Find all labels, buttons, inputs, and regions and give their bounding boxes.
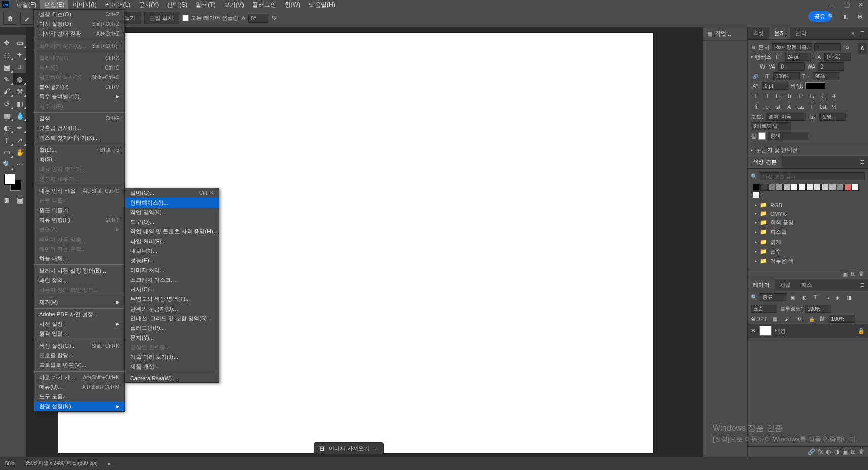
edit-바로-가기-키[interactable]: 바로 가기 키...Alt+Shift+Ctrl+K bbox=[34, 373, 124, 382]
edit-마지막-상태-전환[interactable]: 마지막 상태 전환Alt+Ctrl+Z bbox=[34, 29, 124, 39]
layers-menu-icon[interactable]: ☰ bbox=[857, 282, 868, 288]
opentype-7[interactable]: ½ bbox=[829, 102, 839, 111]
edit-자유-변형F[interactable]: 자유 변형(F)Ctrl+T bbox=[34, 215, 124, 225]
minimize-button[interactable]: ― bbox=[825, 0, 840, 9]
bit-depth-select[interactable] bbox=[751, 122, 791, 130]
opentype-3[interactable]: A bbox=[784, 102, 794, 111]
pref-인터페이스I[interactable]: 인터페이스(I)... bbox=[125, 198, 219, 208]
context-taskbar[interactable]: 🖼 이미지 가져오기 ··· bbox=[314, 442, 384, 455]
help-icon[interactable]: ⊞ bbox=[855, 11, 865, 21]
font-style-select[interactable] bbox=[814, 43, 841, 51]
brush-settings-icon[interactable]: ✎ bbox=[271, 14, 277, 22]
swatch-11[interactable] bbox=[837, 184, 844, 191]
pref-Camera-RawW[interactable]: Camera Raw(W)... bbox=[125, 374, 219, 382]
swatch-13[interactable] bbox=[852, 184, 859, 191]
swatch-7[interactable] bbox=[806, 184, 813, 191]
opentype-1[interactable]: σ bbox=[762, 102, 772, 111]
canvas-expander-label[interactable]: 캔버스 bbox=[755, 53, 772, 61]
opentype-0[interactable]: fi bbox=[751, 102, 761, 111]
text-style-3[interactable]: Tr bbox=[784, 91, 794, 100]
edit-제거R[interactable]: 제거(R)▶ bbox=[34, 297, 124, 307]
edit-특수-붙여넣기I[interactable]: 특수 붙여넣기(I)▶ bbox=[34, 92, 124, 102]
pref-단위와-눈금자U[interactable]: 단위와 눈금자(U)... bbox=[125, 304, 219, 314]
collapsed-panel-work[interactable]: ▤ 작업... bbox=[703, 27, 747, 41]
panel-menu-icon[interactable]: ☰ bbox=[857, 30, 868, 36]
rulers-guides-expander[interactable]: ▸눈금자 및 안내선 bbox=[748, 144, 868, 156]
menu-layer[interactable]: 레이어(L) bbox=[101, 0, 135, 10]
fill-select[interactable] bbox=[768, 132, 808, 140]
leading-input[interactable] bbox=[824, 53, 851, 61]
text-style-5[interactable]: T₁ bbox=[807, 91, 817, 100]
filter-smart-icon[interactable]: ◈ bbox=[833, 293, 842, 301]
pref-기술-미리-보기J[interactable]: 기술 미리 보기(J)... bbox=[125, 352, 219, 362]
text-style-6[interactable]: T̲ bbox=[818, 91, 828, 100]
swatch-folder-CMYK[interactable]: ▸📁CMYK bbox=[751, 209, 865, 218]
edit-색상-설정G[interactable]: 색상 설정(G)...Shift+Ctrl+K bbox=[34, 341, 124, 351]
edit-검색[interactable]: 검색Ctrl+F bbox=[34, 114, 124, 123]
marquee-tool[interactable]: ▭ bbox=[13, 37, 26, 49]
stamp-tool[interactable]: ⚒ bbox=[13, 85, 26, 97]
frame-tool[interactable]: ⌗ bbox=[13, 61, 26, 73]
fx-icon[interactable]: fx bbox=[818, 448, 823, 455]
swatch-10[interactable] bbox=[829, 184, 836, 191]
swatch-12[interactable] bbox=[844, 184, 851, 191]
reset-icon[interactable]: ↻ bbox=[843, 43, 852, 51]
text-style-4[interactable]: Tᵀ bbox=[795, 91, 806, 100]
search-icon[interactable]: 🔍 bbox=[826, 11, 837, 21]
crop-tool[interactable]: ▣ bbox=[0, 61, 13, 73]
edit-패턴-정의[interactable]: 패턴 정의... bbox=[34, 276, 124, 285]
menu-select[interactable]: 선택(S) bbox=[163, 0, 191, 10]
filter-adj-icon[interactable]: ◐ bbox=[800, 293, 809, 301]
tab-character[interactable]: 문자 bbox=[769, 27, 790, 39]
tracking-input[interactable] bbox=[778, 62, 805, 71]
new-group-icon[interactable]: ▣ bbox=[842, 270, 848, 277]
gradient-tool[interactable]: ▦ bbox=[0, 110, 13, 122]
pen-tool[interactable]: ✒ bbox=[13, 122, 26, 134]
new-swatch-icon[interactable]: ⊞ bbox=[851, 270, 856, 277]
edit-환경-설정N[interactable]: 환경 설정(N)▶ bbox=[34, 401, 124, 411]
tab-channels[interactable]: 채널 bbox=[775, 279, 796, 291]
pref-작업-내역-및-콘텐츠-자격-증명H[interactable]: 작업 내역 및 콘텐츠 자격 증명(H)... bbox=[125, 227, 219, 237]
color-swatch[interactable] bbox=[4, 174, 21, 191]
filter-img-icon[interactable]: ▣ bbox=[788, 293, 797, 301]
swatch-5[interactable] bbox=[791, 184, 798, 191]
large-a-icon[interactable]: A bbox=[858, 43, 867, 54]
link-layers-icon[interactable]: 🔗 bbox=[808, 448, 815, 455]
pref-성능E[interactable]: 성능(E)... bbox=[125, 256, 219, 265]
pref-안내선,-그리드-및-분할-영역S[interactable]: 안내선, 그리드 및 분할 영역(S)... bbox=[125, 314, 219, 323]
swatch-folder-파스텔[interactable]: ▸📁파스텔 bbox=[751, 227, 865, 237]
pref-플러그인P[interactable]: 플러그인(P)... bbox=[125, 323, 219, 333]
opacity-input[interactable] bbox=[805, 305, 831, 313]
edit-다시-실행O[interactable]: 다시 실행(O)Shift+Ctrl+Z bbox=[34, 19, 124, 29]
quick-mask[interactable]: ◙ bbox=[0, 194, 13, 206]
opentype-2[interactable]: st bbox=[773, 102, 783, 111]
edit-Adobe-PDF-사전-설정[interactable]: Adobe PDF 사전 설정... bbox=[34, 310, 124, 319]
home-button[interactable] bbox=[3, 12, 17, 25]
swatch-0[interactable] bbox=[753, 184, 760, 191]
hand-tool[interactable]: ✋ bbox=[13, 146, 26, 158]
swatch-1[interactable] bbox=[760, 184, 768, 191]
edit-내용-인식-비율[interactable]: 내용 인식 비율Alt+Shift+Ctrl+C bbox=[34, 186, 124, 196]
baseline-input[interactable] bbox=[762, 82, 788, 90]
lock-move-icon[interactable]: ✥ bbox=[795, 315, 804, 323]
text-color-swatch[interactable] bbox=[805, 82, 825, 89]
swatch-9[interactable] bbox=[821, 184, 828, 191]
lasso-tool[interactable]: ◌ bbox=[0, 49, 13, 61]
filter-text-icon[interactable]: T bbox=[811, 293, 820, 301]
tab-swatches[interactable]: 색상 견본 bbox=[748, 156, 782, 168]
close-button[interactable]: ✕ bbox=[854, 0, 868, 9]
font-size-input[interactable] bbox=[785, 53, 811, 61]
edit-획S[interactable]: 획(S)... bbox=[34, 155, 124, 164]
chevron-right-icon[interactable]: ▸ bbox=[108, 461, 111, 466]
text-style-1[interactable]: T bbox=[762, 91, 772, 100]
edit-사전-설정[interactable]: 사전 설정▶ bbox=[34, 319, 124, 329]
more-icon[interactable]: ··· bbox=[373, 446, 378, 452]
layer-background[interactable]: 👁 배경 🔒 bbox=[748, 324, 868, 338]
edit-실행-취소O[interactable]: 실행 취소(O)Ctrl+Z bbox=[34, 10, 124, 19]
opt-sample-all-layers[interactable]: 모든 레이어 샘플링 bbox=[182, 14, 238, 22]
pref-투명도와-색상-영역T[interactable]: 투명도와 색상 영역(T)... bbox=[125, 294, 219, 304]
opentype-5[interactable]: T bbox=[807, 102, 817, 111]
swatch-8[interactable] bbox=[814, 184, 821, 191]
magic-wand-tool[interactable]: ✦ bbox=[13, 49, 26, 61]
filter-shape-icon[interactable]: ▭ bbox=[822, 293, 831, 301]
